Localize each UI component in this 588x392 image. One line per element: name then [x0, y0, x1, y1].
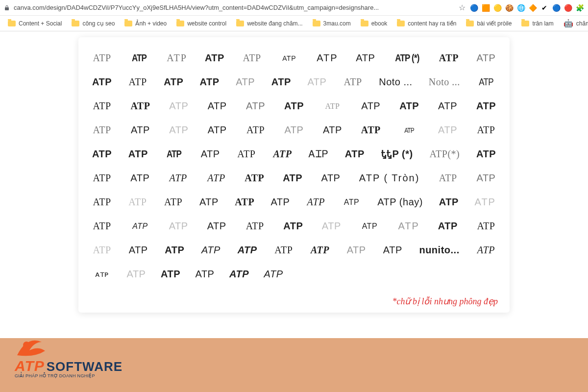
font-sample[interactable]: ATP — [438, 172, 458, 184]
font-sample[interactable]: ATP — [130, 124, 150, 136]
font-sample[interactable]: ATP — [131, 52, 147, 64]
font-sample[interactable]: ATP — [284, 100, 304, 112]
font-sample[interactable]: ATP — [92, 124, 112, 136]
ext-2-icon[interactable]: 🟧 — [481, 3, 490, 12]
font-sample[interactable]: ATP — [321, 220, 341, 232]
font-sample[interactable]: ATP — [343, 76, 363, 88]
font-sample[interactable]: ATP — [92, 100, 112, 112]
url-text[interactable]: canva.com/design/DAD4wCDZViI/P7YuccYy_oX… — [14, 4, 455, 11]
ext-5-icon[interactable]: 🌐 — [516, 3, 525, 12]
font-sample[interactable]: ATP — [438, 100, 458, 112]
font-sample[interactable]: ATP — [207, 100, 227, 112]
bookmark-item[interactable]: 🤖chăm w — [560, 17, 588, 30]
font-sample[interactable]: ATP — [130, 222, 150, 231]
font-sample[interactable]: ATP — [383, 245, 402, 256]
font-sample[interactable]: ATP — [439, 52, 459, 64]
font-sample[interactable]: ATP ( Tròn) — [359, 172, 420, 184]
bookmark-item[interactable]: content hay ra tiền — [393, 18, 460, 29]
font-sample[interactable]: ATP — [361, 124, 381, 136]
font-sample[interactable]: ATP — [166, 148, 182, 160]
font-sample[interactable]: ATP — [345, 148, 365, 160]
font-sample[interactable]: ATP — [161, 269, 180, 280]
font-sample[interactable]: ATP — [399, 100, 419, 112]
font-sample[interactable]: ATP — [476, 220, 496, 232]
font-sample[interactable]: ATP — [169, 220, 188, 232]
font-sample[interactable]: ATP — [195, 269, 215, 280]
font-sample[interactable]: ATP — [270, 196, 290, 208]
font-sample[interactable]: ATP — [169, 100, 189, 112]
font-sample[interactable]: ATP — [271, 76, 291, 88]
ext-6-icon[interactable]: 🔶 — [528, 3, 537, 12]
font-sample[interactable]: ATP — [206, 172, 226, 184]
font-sample[interactable]: ATP — [236, 76, 255, 88]
font-sample[interactable]: ᎿᎿP (*) — [381, 148, 413, 160]
font-sample[interactable]: ATP — [205, 52, 224, 64]
font-sample[interactable]: ATP — [199, 76, 219, 88]
font-sample[interactable]: ATP — [321, 172, 341, 184]
font-sample[interactable]: ATP — [478, 76, 494, 88]
font-sample[interactable]: ATP — [245, 220, 265, 232]
font-sample[interactable]: ATP — [322, 102, 342, 111]
font-sample[interactable]: Noto ... — [379, 76, 412, 88]
font-sample[interactable]: ATP — [346, 245, 366, 256]
font-sample[interactable]: ATP — [438, 220, 458, 232]
bookmark-item[interactable]: công cụ seo — [68, 18, 119, 29]
font-sample[interactable]: ATP — [361, 100, 381, 112]
font-sample[interactable]: nunito... — [419, 245, 459, 256]
font-sample[interactable]: ATP — [128, 245, 148, 256]
font-sample[interactable]: ATP — [439, 196, 459, 208]
font-sample[interactable]: ATP — [128, 76, 147, 88]
font-sample[interactable]: ATP — [476, 172, 496, 184]
font-sample[interactable]: ATP — [201, 245, 220, 256]
font-sample[interactable]: ATP — [283, 220, 303, 232]
font-sample[interactable]: ATP — [92, 196, 112, 208]
font-sample[interactable]: ATP — [284, 124, 304, 136]
font-sample[interactable]: ᴀᴛᴩ — [92, 270, 112, 279]
font-sample[interactable]: ATP — [165, 245, 184, 256]
bookmark-item[interactable]: 3mau.com — [309, 18, 355, 29]
ext-9-icon[interactable]: 🔴 — [564, 3, 572, 12]
font-sample[interactable]: ATP — [164, 196, 183, 208]
font-sample[interactable]: ATP — [200, 148, 220, 160]
font-sample[interactable]: ATP — [360, 222, 379, 231]
font-sample[interactable]: ATP — [207, 124, 227, 136]
font-sample[interactable]: ATP — [310, 245, 330, 256]
font-sample[interactable]: ATP(*) — [429, 148, 460, 160]
font-sample[interactable]: ATP — [242, 52, 262, 64]
font-sample[interactable]: ATP — [207, 220, 226, 232]
font-sample[interactable]: ATP — [229, 269, 249, 280]
font-sample[interactable]: ATP — [279, 54, 299, 62]
font-sample[interactable]: ATP — [307, 76, 327, 88]
font-sample[interactable]: ATP — [246, 124, 266, 136]
bookmark-item[interactable]: trân lam — [517, 18, 557, 29]
font-sample[interactable]: ATP — [167, 52, 187, 64]
font-sample[interactable]: ATP — [128, 196, 147, 208]
extensions-icon[interactable]: 🧩 — [575, 3, 584, 12]
font-sample[interactable]: ATP — [246, 100, 266, 112]
bookmark-item[interactable]: bài viết pròile — [462, 18, 515, 29]
ext-3-icon[interactable]: 🟡 — [493, 3, 502, 12]
font-sample[interactable]: ATP — [356, 52, 375, 64]
ext-8-icon[interactable]: 🔵 — [552, 3, 561, 12]
bookmark-item[interactable]: Content + Social — [4, 18, 66, 29]
design-canvas[interactable]: ATPATPATPATPATPATPATPATPATP (*)ATPATPATP… — [78, 37, 510, 313]
font-sample[interactable]: ATP — [169, 172, 188, 184]
font-sample[interactable]: ATP — [92, 148, 112, 160]
font-sample[interactable]: ATP — [169, 124, 189, 136]
font-sample[interactable]: ATP (hay) — [377, 196, 423, 208]
font-sample[interactable]: ATP — [92, 52, 112, 64]
font-sample[interactable]: ATP — [476, 124, 496, 136]
font-sample[interactable]: ATP — [130, 172, 150, 184]
font-sample[interactable]: ATP — [235, 196, 254, 208]
bookmark-star-icon[interactable]: ☆ — [459, 3, 466, 12]
font-sample[interactable]: ATP (*) — [395, 52, 419, 64]
ext-1-icon[interactable]: 🔵 — [469, 3, 478, 12]
font-sample[interactable]: ATP — [476, 100, 496, 112]
font-sample[interactable]: ATP — [237, 148, 256, 160]
font-sample[interactable]: ATP — [92, 220, 112, 232]
font-sample[interactable]: ATP — [476, 148, 496, 160]
font-sample[interactable]: ATP — [306, 196, 326, 208]
font-sample[interactable]: ATP — [475, 196, 496, 208]
ext-7-icon[interactable]: ✔ — [540, 3, 549, 12]
font-sample[interactable]: ATP — [401, 126, 417, 134]
